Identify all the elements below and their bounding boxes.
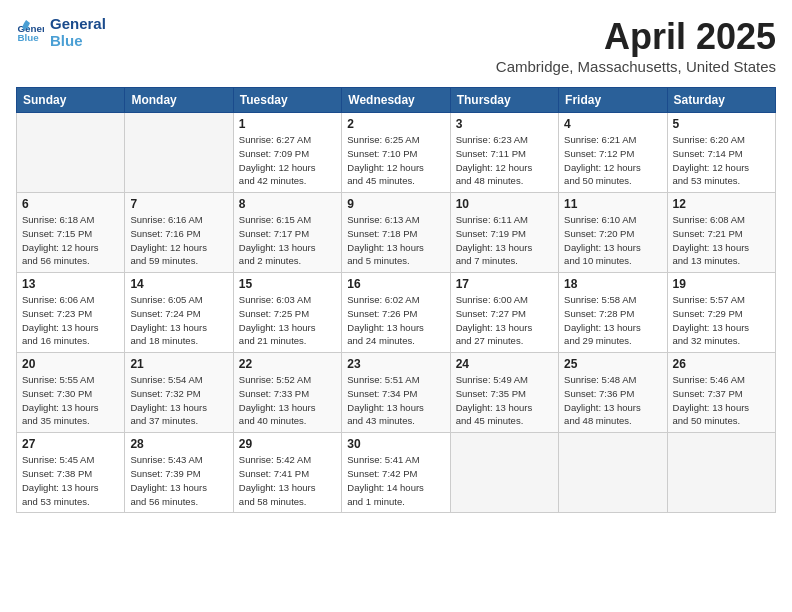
day-info: Sunrise: 5:48 AM Sunset: 7:36 PM Dayligh… bbox=[564, 373, 661, 428]
day-number: 12 bbox=[673, 197, 770, 211]
calendar-cell bbox=[17, 113, 125, 193]
weekday-header: Sunday bbox=[17, 88, 125, 113]
calendar-cell: 14Sunrise: 6:05 AM Sunset: 7:24 PM Dayli… bbox=[125, 273, 233, 353]
day-info: Sunrise: 6:05 AM Sunset: 7:24 PM Dayligh… bbox=[130, 293, 227, 348]
calendar-cell: 26Sunrise: 5:46 AM Sunset: 7:37 PM Dayli… bbox=[667, 353, 775, 433]
calendar-cell: 2Sunrise: 6:25 AM Sunset: 7:10 PM Daylig… bbox=[342, 113, 450, 193]
day-number: 1 bbox=[239, 117, 336, 131]
calendar-week-row: 1Sunrise: 6:27 AM Sunset: 7:09 PM Daylig… bbox=[17, 113, 776, 193]
day-number: 15 bbox=[239, 277, 336, 291]
day-number: 2 bbox=[347, 117, 444, 131]
day-number: 8 bbox=[239, 197, 336, 211]
calendar-cell: 20Sunrise: 5:55 AM Sunset: 7:30 PM Dayli… bbox=[17, 353, 125, 433]
day-info: Sunrise: 5:58 AM Sunset: 7:28 PM Dayligh… bbox=[564, 293, 661, 348]
weekday-header: Thursday bbox=[450, 88, 558, 113]
day-info: Sunrise: 5:54 AM Sunset: 7:32 PM Dayligh… bbox=[130, 373, 227, 428]
calendar-cell bbox=[667, 433, 775, 513]
calendar-cell: 4Sunrise: 6:21 AM Sunset: 7:12 PM Daylig… bbox=[559, 113, 667, 193]
page-header: General Blue General Blue April 2025 Cam… bbox=[16, 16, 776, 75]
day-info: Sunrise: 6:02 AM Sunset: 7:26 PM Dayligh… bbox=[347, 293, 444, 348]
day-info: Sunrise: 5:45 AM Sunset: 7:38 PM Dayligh… bbox=[22, 453, 119, 508]
day-info: Sunrise: 5:52 AM Sunset: 7:33 PM Dayligh… bbox=[239, 373, 336, 428]
day-number: 11 bbox=[564, 197, 661, 211]
day-number: 19 bbox=[673, 277, 770, 291]
day-info: Sunrise: 5:49 AM Sunset: 7:35 PM Dayligh… bbox=[456, 373, 553, 428]
day-info: Sunrise: 6:18 AM Sunset: 7:15 PM Dayligh… bbox=[22, 213, 119, 268]
calendar-cell: 19Sunrise: 5:57 AM Sunset: 7:29 PM Dayli… bbox=[667, 273, 775, 353]
weekday-header: Saturday bbox=[667, 88, 775, 113]
calendar-cell: 28Sunrise: 5:43 AM Sunset: 7:39 PM Dayli… bbox=[125, 433, 233, 513]
location: Cambridge, Massachusetts, United States bbox=[496, 58, 776, 75]
day-number: 6 bbox=[22, 197, 119, 211]
day-number: 22 bbox=[239, 357, 336, 371]
day-number: 20 bbox=[22, 357, 119, 371]
day-info: Sunrise: 6:16 AM Sunset: 7:16 PM Dayligh… bbox=[130, 213, 227, 268]
calendar-cell: 18Sunrise: 5:58 AM Sunset: 7:28 PM Dayli… bbox=[559, 273, 667, 353]
calendar-cell: 3Sunrise: 6:23 AM Sunset: 7:11 PM Daylig… bbox=[450, 113, 558, 193]
day-number: 16 bbox=[347, 277, 444, 291]
day-info: Sunrise: 6:08 AM Sunset: 7:21 PM Dayligh… bbox=[673, 213, 770, 268]
calendar-cell: 1Sunrise: 6:27 AM Sunset: 7:09 PM Daylig… bbox=[233, 113, 341, 193]
day-number: 17 bbox=[456, 277, 553, 291]
day-info: Sunrise: 6:11 AM Sunset: 7:19 PM Dayligh… bbox=[456, 213, 553, 268]
calendar-cell: 30Sunrise: 5:41 AM Sunset: 7:42 PM Dayli… bbox=[342, 433, 450, 513]
day-info: Sunrise: 6:20 AM Sunset: 7:14 PM Dayligh… bbox=[673, 133, 770, 188]
calendar-cell: 9Sunrise: 6:13 AM Sunset: 7:18 PM Daylig… bbox=[342, 193, 450, 273]
calendar-cell: 5Sunrise: 6:20 AM Sunset: 7:14 PM Daylig… bbox=[667, 113, 775, 193]
day-number: 3 bbox=[456, 117, 553, 131]
calendar-week-row: 6Sunrise: 6:18 AM Sunset: 7:15 PM Daylig… bbox=[17, 193, 776, 273]
calendar-cell: 15Sunrise: 6:03 AM Sunset: 7:25 PM Dayli… bbox=[233, 273, 341, 353]
calendar-cell: 25Sunrise: 5:48 AM Sunset: 7:36 PM Dayli… bbox=[559, 353, 667, 433]
calendar-cell bbox=[559, 433, 667, 513]
logo-icon: General Blue bbox=[16, 19, 44, 47]
logo-text-general: General bbox=[50, 16, 106, 33]
day-info: Sunrise: 5:55 AM Sunset: 7:30 PM Dayligh… bbox=[22, 373, 119, 428]
day-info: Sunrise: 5:57 AM Sunset: 7:29 PM Dayligh… bbox=[673, 293, 770, 348]
day-info: Sunrise: 5:41 AM Sunset: 7:42 PM Dayligh… bbox=[347, 453, 444, 508]
day-number: 27 bbox=[22, 437, 119, 451]
day-number: 23 bbox=[347, 357, 444, 371]
day-info: Sunrise: 6:06 AM Sunset: 7:23 PM Dayligh… bbox=[22, 293, 119, 348]
calendar-cell: 12Sunrise: 6:08 AM Sunset: 7:21 PM Dayli… bbox=[667, 193, 775, 273]
calendar-table: SundayMondayTuesdayWednesdayThursdayFrid… bbox=[16, 87, 776, 513]
calendar-cell: 24Sunrise: 5:49 AM Sunset: 7:35 PM Dayli… bbox=[450, 353, 558, 433]
calendar-cell: 7Sunrise: 6:16 AM Sunset: 7:16 PM Daylig… bbox=[125, 193, 233, 273]
calendar-cell: 17Sunrise: 6:00 AM Sunset: 7:27 PM Dayli… bbox=[450, 273, 558, 353]
calendar-cell: 11Sunrise: 6:10 AM Sunset: 7:20 PM Dayli… bbox=[559, 193, 667, 273]
calendar-cell: 16Sunrise: 6:02 AM Sunset: 7:26 PM Dayli… bbox=[342, 273, 450, 353]
day-number: 7 bbox=[130, 197, 227, 211]
day-number: 26 bbox=[673, 357, 770, 371]
day-number: 10 bbox=[456, 197, 553, 211]
day-info: Sunrise: 5:43 AM Sunset: 7:39 PM Dayligh… bbox=[130, 453, 227, 508]
day-number: 29 bbox=[239, 437, 336, 451]
calendar-cell: 21Sunrise: 5:54 AM Sunset: 7:32 PM Dayli… bbox=[125, 353, 233, 433]
weekday-header: Monday bbox=[125, 88, 233, 113]
day-number: 5 bbox=[673, 117, 770, 131]
calendar-cell: 6Sunrise: 6:18 AM Sunset: 7:15 PM Daylig… bbox=[17, 193, 125, 273]
day-info: Sunrise: 6:13 AM Sunset: 7:18 PM Dayligh… bbox=[347, 213, 444, 268]
day-info: Sunrise: 5:51 AM Sunset: 7:34 PM Dayligh… bbox=[347, 373, 444, 428]
day-info: Sunrise: 6:03 AM Sunset: 7:25 PM Dayligh… bbox=[239, 293, 336, 348]
calendar-cell bbox=[450, 433, 558, 513]
calendar-header-row: SundayMondayTuesdayWednesdayThursdayFrid… bbox=[17, 88, 776, 113]
day-info: Sunrise: 5:42 AM Sunset: 7:41 PM Dayligh… bbox=[239, 453, 336, 508]
calendar-week-row: 27Sunrise: 5:45 AM Sunset: 7:38 PM Dayli… bbox=[17, 433, 776, 513]
day-info: Sunrise: 5:46 AM Sunset: 7:37 PM Dayligh… bbox=[673, 373, 770, 428]
svg-text:Blue: Blue bbox=[17, 32, 39, 43]
day-info: Sunrise: 6:27 AM Sunset: 7:09 PM Dayligh… bbox=[239, 133, 336, 188]
calendar-cell: 27Sunrise: 5:45 AM Sunset: 7:38 PM Dayli… bbox=[17, 433, 125, 513]
calendar-week-row: 20Sunrise: 5:55 AM Sunset: 7:30 PM Dayli… bbox=[17, 353, 776, 433]
logo: General Blue General Blue bbox=[16, 16, 106, 49]
calendar-cell: 8Sunrise: 6:15 AM Sunset: 7:17 PM Daylig… bbox=[233, 193, 341, 273]
calendar-cell: 22Sunrise: 5:52 AM Sunset: 7:33 PM Dayli… bbox=[233, 353, 341, 433]
calendar-cell: 10Sunrise: 6:11 AM Sunset: 7:19 PM Dayli… bbox=[450, 193, 558, 273]
day-number: 21 bbox=[130, 357, 227, 371]
calendar-week-row: 13Sunrise: 6:06 AM Sunset: 7:23 PM Dayli… bbox=[17, 273, 776, 353]
weekday-header: Wednesday bbox=[342, 88, 450, 113]
day-info: Sunrise: 6:21 AM Sunset: 7:12 PM Dayligh… bbox=[564, 133, 661, 188]
day-number: 14 bbox=[130, 277, 227, 291]
day-number: 30 bbox=[347, 437, 444, 451]
day-info: Sunrise: 6:00 AM Sunset: 7:27 PM Dayligh… bbox=[456, 293, 553, 348]
day-number: 18 bbox=[564, 277, 661, 291]
calendar-cell: 29Sunrise: 5:42 AM Sunset: 7:41 PM Dayli… bbox=[233, 433, 341, 513]
